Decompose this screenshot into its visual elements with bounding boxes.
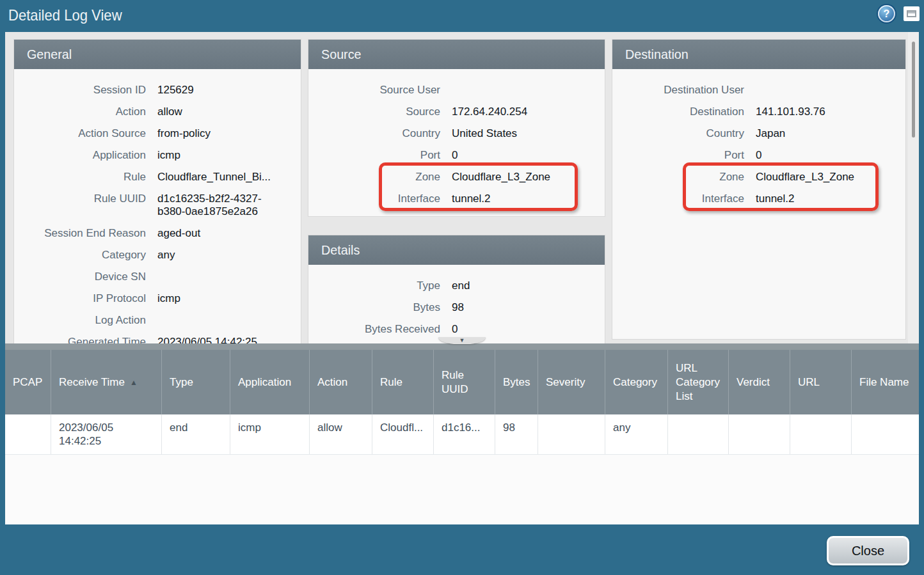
- details-panel-title: Details: [321, 235, 360, 265]
- cell-file-name: [852, 414, 919, 454]
- field-value: [756, 84, 905, 97]
- field-value: end: [452, 280, 605, 292]
- field-label: Destination User: [612, 84, 744, 97]
- field-label: Bytes: [308, 301, 440, 314]
- field-label: Source User: [308, 84, 440, 97]
- field-label: Category: [14, 249, 146, 262]
- log-table-body: 2023/06/05 14:42:25endicmpallowCloudfl..…: [5, 414, 919, 455]
- field-value: icmp: [157, 292, 301, 305]
- vertical-scrollbar: [908, 32, 919, 347]
- column-header-severity[interactable]: Severity: [538, 350, 605, 414]
- column-header-label: Action: [317, 375, 347, 390]
- field-value: 98: [452, 301, 605, 314]
- destination-panel-title: Destination: [625, 40, 689, 69]
- cell-type: end: [162, 414, 230, 454]
- source-panel: Source Source UserSource172.64.240.254Co…: [308, 40, 605, 216]
- log-detail-region: General Session ID125629ActionallowActio…: [5, 32, 919, 347]
- field-value: 141.101.93.76: [756, 106, 905, 118]
- field-value: 0: [756, 149, 905, 162]
- log-table-row[interactable]: 2023/06/05 14:42:25endicmpallowCloudfl..…: [5, 414, 919, 455]
- column-header-pcap[interactable]: PCAP: [5, 350, 51, 414]
- field-value: any: [157, 249, 301, 262]
- column-header-application[interactable]: Application: [230, 350, 310, 414]
- field-label: Log Action: [14, 314, 146, 327]
- column-header-category[interactable]: Category: [605, 350, 668, 414]
- field-label: Port: [308, 149, 440, 162]
- field-value: Cloudflare_L3_Zone: [452, 171, 605, 184]
- field-row-session-id: Session ID125629: [14, 79, 301, 101]
- column-header-bytes[interactable]: Bytes: [495, 350, 538, 414]
- window-maximize-icon[interactable]: [904, 6, 920, 21]
- cell-url-category-list: [668, 414, 729, 454]
- log-table: PCAPReceive Time▲TypeApplicationActionRu…: [5, 350, 919, 524]
- column-header-url-category-list[interactable]: URL Category List: [668, 350, 729, 414]
- field-value: from-policy: [157, 127, 301, 140]
- field-row-source: Source172.64.240.254: [308, 101, 605, 123]
- field-label: Type: [308, 280, 440, 292]
- field-value: United States: [452, 127, 605, 140]
- general-panel-header: General: [14, 40, 301, 69]
- column-header-label: URL: [798, 375, 820, 390]
- scrollbar-thumb[interactable]: [912, 42, 915, 138]
- column-header-action[interactable]: Action: [310, 350, 372, 414]
- field-value: [157, 314, 301, 327]
- field-row-log-action: Log Action: [14, 310, 301, 331]
- field-value: Cloudflare_L3_Zone: [756, 171, 905, 184]
- field-row-rule-uuid: Rule UUIDd1c16235-b2f2-4327-b380-0ae1875…: [14, 188, 301, 223]
- destination-panel-rows: Destination UserDestination141.101.93.76…: [612, 69, 905, 210]
- pane-splitter[interactable]: ▼: [5, 343, 919, 350]
- column-header-label: Category: [613, 375, 657, 390]
- field-value: allow: [157, 106, 301, 118]
- field-value: 0: [452, 149, 605, 162]
- field-label: Interface: [308, 193, 440, 205]
- cell-pcap: [5, 414, 51, 454]
- field-label: Session End Reason: [14, 227, 146, 240]
- field-label: Zone: [612, 171, 744, 184]
- general-panel-rows: Session ID125629ActionallowAction Source…: [14, 69, 301, 347]
- column-header-url[interactable]: URL: [790, 350, 852, 414]
- help-icon[interactable]: ?: [878, 5, 895, 22]
- column-header-label: Bytes: [503, 375, 530, 390]
- field-row-destination-user: Destination User: [612, 79, 905, 101]
- column-header-receive-time[interactable]: Receive Time▲: [51, 350, 162, 414]
- field-label: Bytes Received: [308, 323, 440, 336]
- cell-rule: Cloudfl...: [372, 414, 434, 454]
- field-label: Source: [308, 106, 440, 118]
- cell-url: [790, 414, 852, 454]
- cell-receive-time: 2023/06/05 14:42:25: [51, 414, 162, 454]
- field-row-device-sn: Device SN: [14, 266, 301, 288]
- column-header-label: Application: [238, 375, 291, 390]
- column-header-file-name[interactable]: File Name: [852, 350, 919, 414]
- log-table-header: PCAPReceive Time▲TypeApplicationActionRu…: [5, 350, 919, 414]
- cell-action: allow: [310, 414, 372, 454]
- source-panel-title: Source: [321, 40, 362, 69]
- chevron-down-icon: ▼: [459, 338, 465, 343]
- field-value: Cloudflare_Tunnel_Bi...: [157, 171, 301, 184]
- help-icon-glyph: ?: [884, 8, 890, 20]
- field-value: tunnel.2: [452, 193, 605, 205]
- page-title: Detailed Log View: [8, 6, 122, 24]
- column-header-rule[interactable]: Rule: [372, 350, 434, 414]
- column-header-rule-uuid[interactable]: Rule UUID: [434, 350, 495, 414]
- column-header-label: Rule: [380, 375, 402, 390]
- field-label: IP Protocol: [14, 292, 146, 305]
- field-value: [452, 84, 605, 97]
- field-row-interface: Interfacetunnel.2: [612, 188, 905, 210]
- field-row-destination: Destination141.101.93.76: [612, 101, 905, 123]
- field-row-ip-protocol: IP Protocolicmp: [14, 288, 301, 310]
- cell-category: any: [605, 414, 668, 454]
- field-value: icmp: [157, 149, 301, 162]
- field-row-zone: ZoneCloudflare_L3_Zone: [612, 166, 905, 188]
- field-row-port: Port0: [612, 145, 905, 166]
- column-header-verdict[interactable]: Verdict: [729, 350, 790, 414]
- close-button[interactable]: Close: [827, 536, 909, 565]
- cell-severity: [538, 414, 605, 454]
- column-header-type[interactable]: Type: [162, 350, 230, 414]
- title-bar: Detailed Log View ?: [0, 0, 924, 32]
- field-value: [157, 271, 301, 283]
- splitter-collapse-handle[interactable]: ▼: [438, 337, 486, 344]
- field-value: 0: [452, 323, 605, 336]
- field-value: aged-out: [157, 227, 301, 240]
- field-label: Interface: [612, 193, 744, 205]
- cell-verdict: [729, 414, 790, 454]
